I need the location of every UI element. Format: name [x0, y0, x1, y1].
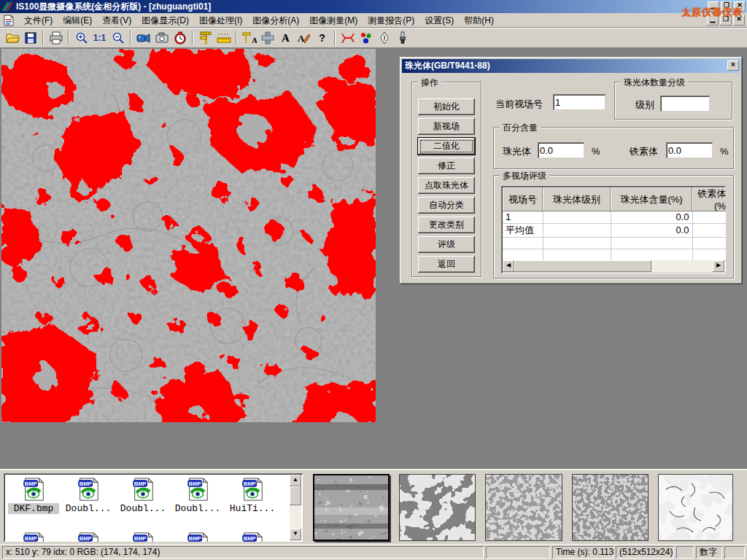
timer-button[interactable]	[171, 29, 189, 47]
app-logo-icon	[2, 1, 14, 12]
file-item[interactable]: Doubl...	[172, 477, 223, 514]
scroll-down-button[interactable]: ▼	[290, 529, 301, 540]
thumbnail-4[interactable]	[572, 474, 649, 541]
col-pearlite-level[interactable]: 珠光体级别	[543, 187, 611, 211]
file-name: HuiTi...	[227, 503, 278, 514]
correct-button[interactable]: 修正	[418, 158, 475, 174]
brush-tool-button[interactable]	[393, 29, 411, 47]
binarize-button[interactable]: 二值化	[418, 138, 475, 155]
scroll-thumb[interactable]	[290, 486, 301, 505]
actual-size-button[interactable]: 1:1	[90, 29, 109, 47]
new-field-button[interactable]: 新视场	[418, 118, 475, 135]
pick-pearlite-button[interactable]: 点取珠光体	[418, 177, 475, 194]
thumbnail-5[interactable]	[658, 474, 733, 541]
file-item[interactable]	[172, 532, 223, 542]
menu-image-process[interactable]: 图像处理(I)	[194, 12, 247, 29]
file-item[interactable]	[117, 532, 169, 542]
scroll-right-button[interactable]: ▶	[713, 260, 724, 272]
col-ferrite-content[interactable]: 铁素体含量(%)	[692, 187, 726, 211]
thumbnail-1[interactable]	[313, 474, 390, 541]
file-item[interactable]: Doubl...	[117, 477, 169, 514]
workspace: 珠光体(GB/T9441-88) × 操作 初始化 新视场 二值化 修正 点取珠…	[0, 48, 747, 469]
return-button[interactable]: 返回	[418, 256, 475, 273]
col-pearlite-content[interactable]: 珠光体含量(%)	[611, 187, 692, 211]
bmp-file-icon	[131, 532, 155, 542]
menu-settings[interactable]: 设置(S)	[419, 12, 459, 29]
toolbar-separator	[68, 31, 69, 45]
window-title: IS100显微摄像系统(金相分析版) - [zhuguangti01]	[16, 1, 211, 13]
file-item[interactable]: Doubl...	[63, 477, 114, 514]
col-field-no[interactable]: 视场号	[503, 187, 543, 211]
pen-tool-button[interactable]	[375, 29, 393, 47]
multifield-group: 多视场评级 视场号 珠光体级别 珠光体含量(%) 铁素体含量(%) 1 0.0	[493, 175, 734, 279]
snapshot-button[interactable]	[152, 29, 171, 47]
file-list-scrollbar[interactable]: ▲ ▼	[290, 475, 301, 540]
document-icon[interactable]	[3, 15, 15, 26]
ferrite-label: 铁素体	[630, 145, 658, 158]
init-button[interactable]: 初始化	[418, 98, 475, 115]
grid-button[interactable]	[258, 29, 276, 47]
help-label: ?	[319, 32, 325, 44]
dialog-close-button[interactable]: ×	[727, 61, 739, 71]
video-camera-icon	[136, 32, 151, 44]
edit-text-button[interactable]: A	[295, 29, 313, 47]
thumbnail-3[interactable]	[485, 474, 562, 541]
table-row[interactable]: 1 0.0	[503, 211, 726, 223]
current-field-input[interactable]	[553, 94, 605, 110]
scroll-left-button[interactable]: ◀	[503, 260, 514, 272]
menu-report[interactable]: 测量报告(P)	[363, 12, 419, 29]
pearlite-label: 珠光体	[503, 145, 531, 158]
table-row[interactable]: 平均值 0.0	[503, 223, 726, 237]
file-name: Doubl...	[117, 503, 169, 514]
menu-view[interactable]: 查看(V)	[97, 12, 136, 29]
level-input[interactable]	[660, 96, 710, 112]
measure-annotate-button[interactable]: A	[240, 29, 258, 47]
print-button[interactable]	[47, 29, 65, 47]
cell: 平均值	[503, 223, 543, 237]
status-bar: x: 510 y: 79 idx: 0 RGB: (174, 174, 174)…	[0, 544, 747, 560]
file-item[interactable]	[8, 532, 59, 542]
scroll-thumb[interactable]	[514, 260, 651, 272]
grading-group-label: 珠光体数量分级	[621, 77, 688, 89]
bmp-file-icon	[21, 477, 46, 502]
menu-edit[interactable]: 编辑(E)	[58, 12, 97, 29]
ferrite-percent-input[interactable]	[666, 142, 713, 158]
open-button[interactable]	[3, 29, 21, 47]
menu-image-display[interactable]: 图像显示(D)	[136, 12, 194, 29]
change-class-button[interactable]: 更改类别	[418, 217, 475, 233]
operation-group: 操作 初始化 新视场 二值化 修正 点取珠光体 自动分类 更改类别 评级 返回	[411, 82, 481, 277]
dialog-title-bar[interactable]: 珠光体(GB/T9441-88) ×	[402, 59, 740, 73]
pearlite-percent-input[interactable]	[538, 142, 584, 158]
menu-help[interactable]: 帮助(H)	[459, 12, 499, 29]
particle-classify-button[interactable]	[357, 29, 375, 47]
file-item[interactable]	[63, 532, 114, 542]
text-label: A	[282, 32, 290, 44]
bottom-panel: DKF.bmp Doubl... Doubl... Doubl... HuiTi…	[0, 469, 747, 544]
help-button[interactable]: ?	[313, 29, 331, 47]
curve-tool-button[interactable]	[338, 29, 357, 47]
file-item[interactable]	[227, 532, 278, 542]
ruler-button[interactable]	[214, 29, 233, 47]
menu-file[interactable]: 文件(F)	[19, 12, 58, 29]
micrograph-image[interactable]	[1, 49, 376, 422]
file-name: Doubl...	[172, 503, 223, 514]
scroll-up-button[interactable]: ▲	[290, 475, 301, 486]
caliper-measure-button[interactable]	[196, 29, 214, 47]
open-folder-icon	[5, 31, 20, 44]
grade-button[interactable]: 评级	[418, 236, 475, 253]
auto-classify-button[interactable]: 自动分类	[418, 197, 475, 214]
file-item[interactable]: DKF.bmp	[8, 477, 59, 514]
video-capture-button[interactable]	[134, 29, 152, 47]
status-empty-panel	[724, 546, 745, 559]
menu-image-analyze[interactable]: 图像分析(A)	[247, 12, 304, 29]
thumbnail-2[interactable]	[399, 474, 476, 541]
zoom-out-button[interactable]	[109, 29, 127, 47]
status-empty-panel	[676, 546, 694, 559]
menu-image-measure[interactable]: 图像测量(M)	[304, 12, 363, 29]
zoom-in-button[interactable]	[72, 29, 90, 47]
table-horizontal-scrollbar[interactable]: ◀ ▶	[503, 260, 724, 272]
text-button[interactable]: A	[276, 29, 295, 47]
grading-table[interactable]: 视场号 珠光体级别 珠光体含量(%) 铁素体含量(%) 1 0.0 平均值	[501, 186, 726, 273]
save-button[interactable]	[21, 29, 39, 47]
file-item[interactable]: HuiTi...	[227, 477, 278, 514]
